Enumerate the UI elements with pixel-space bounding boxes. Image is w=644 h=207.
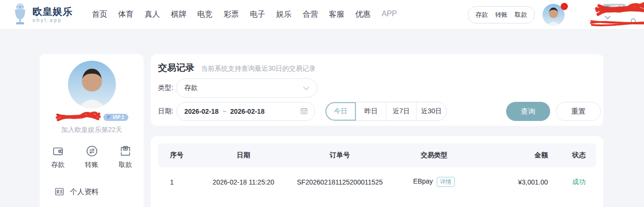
- table-row: 1 2026-02-18 11:25:20 SF2026021811252000…: [158, 169, 596, 195]
- id-card-icon: [54, 186, 65, 197]
- page: 欧皇娱乐 ohyl.app 首页 体育 真人 棋牌 电竞 彩票 电子 娱乐 合营…: [0, 0, 644, 207]
- quick-actions: 存款 转账 取款: [40, 145, 144, 169]
- nav-item-promotions[interactable]: 优惠: [355, 10, 371, 20]
- vip-badge-label: VIP 1: [611, 5, 622, 10]
- avatar[interactable]: [542, 4, 565, 26]
- vip-badge: VIP 1: [602, 4, 627, 11]
- col-date: 日期: [197, 151, 289, 160]
- deposit-link[interactable]: 存款: [475, 11, 488, 19]
- user-area: VIP 1: [542, 1, 637, 29]
- date-end-value: 2026-02-18: [230, 108, 265, 115]
- transfer-icon: [86, 145, 98, 157]
- col-type: 交易类型: [390, 151, 478, 160]
- nav-item-esports[interactable]: 电竞: [197, 10, 213, 20]
- wallet-actions: 存款 转账 取款: [468, 6, 535, 23]
- nav-item-live-casino[interactable]: 真人: [145, 10, 160, 20]
- wallet-icon: [52, 145, 64, 157]
- detail-button[interactable]: 详情: [437, 177, 455, 186]
- vip-badge: VIP 1: [103, 114, 128, 121]
- top-header: 欧皇娱乐 ohyl.app 首页 体育 真人 棋牌 电竞 彩票 电子 娱乐 合营…: [0, 0, 644, 30]
- username-row: VIP 1: [40, 111, 144, 123]
- cell-date: 2026-02-18 11:25:20: [197, 178, 289, 186]
- quick-action-label: 存款: [51, 161, 65, 169]
- chevron-down-icon[interactable]: [605, 13, 610, 22]
- sidebar-menu: 个人资料 VIP特权: [40, 186, 144, 207]
- brand-logo[interactable]: 欧皇娱乐 ohyl.app: [11, 2, 73, 27]
- chevron-down-icon: [303, 84, 309, 92]
- table-header: 序号 日期 订单号 交易类型 金额 状态: [158, 143, 596, 167]
- avatar: [68, 61, 116, 109]
- quick-action-withdraw[interactable]: 取款: [119, 145, 132, 169]
- type-label: 类型:: [158, 84, 176, 92]
- nav-item-entertainment[interactable]: 娱乐: [276, 10, 292, 20]
- sidebar-item-profile[interactable]: 个人资料: [54, 186, 144, 197]
- date-range-presets: 今日 昨日 近7日 近30日: [325, 102, 447, 121]
- wing-icon: [107, 115, 111, 120]
- quick-action-label: 取款: [119, 161, 132, 169]
- date-range-input[interactable]: 2026-02-18 ~ 2026-02-18: [176, 102, 315, 121]
- col-amount: 金额: [478, 151, 548, 160]
- profile-card: VIP 1 加入欧皇娱乐第22天 存款 转账 取款: [40, 54, 144, 207]
- transfer-link[interactable]: 转账: [495, 11, 508, 19]
- quick-action-transfer[interactable]: 转账: [85, 145, 99, 169]
- brand-domain: ohyl.app: [33, 18, 73, 23]
- range-7days-button[interactable]: 近7日: [386, 102, 416, 120]
- sidebar-item-label: 个人资料: [70, 187, 99, 196]
- cell-type: EBpay详情: [390, 177, 478, 186]
- reset-button[interactable]: 重置: [556, 102, 601, 121]
- brand-name: 欧皇娱乐: [33, 6, 73, 17]
- filter-panel: 交易记录 当前系统支持查询最近30日的交易记录 类型: 存款 日期: 2026-…: [151, 54, 603, 126]
- col-seq: 序号: [158, 151, 197, 160]
- date-start-value: 2026-02-18: [184, 108, 219, 115]
- nav-item-sports[interactable]: 体育: [118, 10, 134, 20]
- range-today-button[interactable]: 今日: [326, 102, 356, 120]
- page-title: 交易记录: [158, 62, 194, 74]
- join-days-text: 加入欧皇娱乐第22天: [40, 126, 144, 134]
- nav-item-home[interactable]: 首页: [92, 10, 107, 20]
- redaction-scribble: [55, 111, 101, 123]
- type-select-value: 存款: [184, 84, 198, 92]
- withdraw-icon: [119, 145, 132, 157]
- nav-item-support[interactable]: 客服: [329, 10, 344, 20]
- search-icon[interactable]: [630, 18, 637, 27]
- date-separator: ~: [223, 108, 226, 115]
- col-status: 状态: [548, 151, 596, 160]
- withdraw-link[interactable]: 取款: [515, 11, 527, 19]
- type-select[interactable]: 存款: [176, 78, 317, 98]
- cell-order: SF202602181125200011525: [289, 178, 390, 186]
- cell-status: 成功: [548, 178, 596, 186]
- date-label: 日期:: [158, 107, 176, 116]
- header-right: 存款 转账 取款: [468, 1, 637, 29]
- cell-seq: 1: [158, 178, 197, 186]
- calendar-icon[interactable]: [300, 107, 308, 116]
- quick-action-label: 转账: [85, 161, 99, 169]
- range-30days-button[interactable]: 近30日: [416, 102, 446, 120]
- page-subtitle: 当前系统支持查询最近30日的交易记录: [201, 65, 316, 73]
- quick-action-deposit[interactable]: 存款: [51, 145, 65, 169]
- notification-dot: [561, 3, 568, 10]
- records-panel: 序号 日期 订单号 交易类型 金额 状态 1 2026-02-18 11:25:…: [151, 136, 603, 207]
- nav-item-affiliate[interactable]: 合营: [303, 10, 318, 20]
- nav-item-slots[interactable]: 电子: [250, 10, 265, 20]
- main-nav: 首页 体育 真人 棋牌 电竞 彩票 电子 娱乐 合营 客服 优惠 APP: [92, 10, 397, 20]
- cell-amount: ¥3,001.00: [478, 178, 548, 186]
- wing-icon: [605, 5, 610, 10]
- nav-item-app[interactable]: APP: [382, 10, 397, 20]
- nav-item-board-games[interactable]: 棋牌: [171, 10, 186, 20]
- user-meta: VIP 1: [567, 1, 637, 29]
- range-yesterday-button[interactable]: 昨日: [356, 102, 386, 120]
- nav-item-lottery[interactable]: 彩票: [224, 10, 239, 20]
- query-button[interactable]: 查询: [506, 102, 550, 121]
- col-order: 订单号: [289, 151, 390, 160]
- vip-badge-label: VIP 1: [113, 115, 124, 120]
- trophy-icon: [11, 2, 29, 27]
- payment-method: EBpay: [413, 177, 433, 185]
